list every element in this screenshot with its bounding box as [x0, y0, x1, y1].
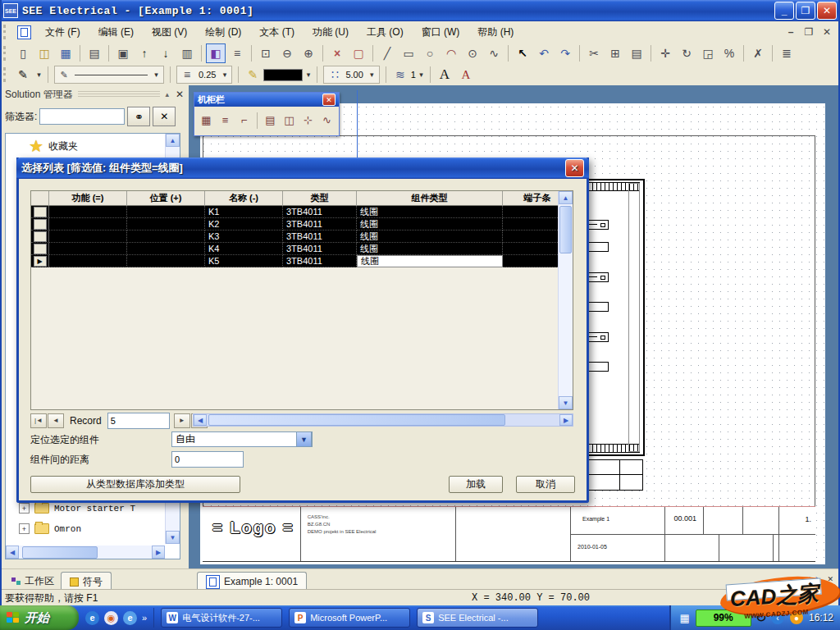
- new-icon[interactable]: ▯: [13, 43, 33, 63]
- mdi-minimize-button[interactable]: –: [784, 26, 797, 38]
- cabinet-grid-icon[interactable]: ▦: [197, 111, 216, 130]
- keyboard-layout-icon[interactable]: ▦: [679, 612, 689, 624]
- menu-function[interactable]: 功能 (U): [304, 22, 358, 43]
- print-preview-icon[interactable]: ⊡: [256, 43, 276, 63]
- zoom-in-icon[interactable]: ⊕: [299, 43, 318, 63]
- menu-edit[interactable]: 编辑 (E): [89, 22, 143, 43]
- task-powerpoint[interactable]: P Microsoft PowerP...: [289, 608, 410, 628]
- line-type-icon[interactable]: ≡: [227, 43, 247, 63]
- internet-explorer-icon[interactable]: e: [85, 611, 99, 625]
- rotate-icon[interactable]: ↻: [677, 43, 696, 63]
- next-record-icon[interactable]: ►: [174, 413, 190, 428]
- page-up-icon[interactable]: ↑: [135, 43, 154, 63]
- menu-view[interactable]: 视图 (V): [143, 22, 196, 43]
- row-marker[interactable]: [31, 206, 49, 218]
- scroll-down-icon[interactable]: ▼: [559, 396, 573, 409]
- pointer-icon[interactable]: ↖: [513, 43, 532, 63]
- zoom-out-icon[interactable]: ⊖: [277, 43, 297, 63]
- page-down-icon[interactable]: ↓: [156, 43, 176, 63]
- fill-color-swatch[interactable]: [263, 69, 303, 81]
- table-row[interactable]: K4 3TB4011 线圈: [31, 243, 573, 255]
- layers-icon[interactable]: ≋: [390, 65, 410, 84]
- draw-spline-icon[interactable]: ∿: [484, 43, 504, 63]
- cell-name[interactable]: K2: [205, 218, 283, 231]
- col-location[interactable]: 位置 (+): [127, 191, 205, 206]
- cancel-button[interactable]: 取消: [516, 476, 575, 493]
- scroll-right-icon[interactable]: ▶: [559, 414, 573, 426]
- browser-icon[interactable]: e: [123, 611, 137, 625]
- fill-dropdown-arrow-icon[interactable]: ▾: [303, 68, 313, 81]
- cell-name[interactable]: K1: [205, 206, 283, 218]
- expand-plus-icon[interactable]: +: [19, 523, 30, 534]
- table-row[interactable]: K2 3TB4011 线圈: [31, 218, 573, 231]
- scroll-down-icon[interactable]: ▼: [166, 531, 180, 544]
- media-player-icon[interactable]: ◉: [104, 611, 118, 625]
- panel-close-icon[interactable]: ✕: [176, 89, 184, 100]
- cabinet-duct-icon[interactable]: ⌐: [235, 111, 253, 130]
- combo-dropdown-arrow-icon[interactable]: ▼: [296, 431, 312, 447]
- locate-mode-combo[interactable]: 自由 ▼: [171, 431, 313, 447]
- mdi-close-button[interactable]: ✕: [820, 26, 833, 38]
- dialog-close-icon[interactable]: ✕: [565, 159, 584, 177]
- cabinet-position-icon[interactable]: ⊹: [299, 111, 317, 130]
- col-name[interactable]: 名称 (-): [205, 191, 283, 206]
- first-record-icon[interactable]: |◄: [30, 413, 47, 428]
- align-icon[interactable]: ≣: [777, 43, 797, 63]
- cell-type[interactable]: 3TB4011: [283, 243, 357, 255]
- fill-brush-icon[interactable]: ✎: [243, 65, 262, 84]
- col-type[interactable]: 类型: [283, 191, 357, 206]
- grid-vertical-scrollbar[interactable]: ▲ ▼: [558, 191, 573, 409]
- menu-help[interactable]: 帮助 (H): [468, 22, 523, 43]
- expand-plus-icon[interactable]: +: [19, 503, 30, 514]
- grid-combo[interactable]: ∷ 5.00 ▾: [323, 66, 379, 84]
- scroll-left-icon[interactable]: ◀: [194, 414, 207, 426]
- draw-rectangle-icon[interactable]: ▭: [399, 43, 418, 63]
- cabinet-wires-icon[interactable]: ∿: [317, 111, 336, 130]
- cell-name[interactable]: K5: [205, 255, 283, 267]
- clear-filter-icon[interactable]: ✕: [153, 107, 176, 126]
- paste-icon[interactable]: ▤: [627, 43, 646, 63]
- pen-style-icon[interactable]: ✎: [13, 65, 33, 84]
- cell-component-type[interactable]: 线圈: [357, 243, 503, 255]
- table-row[interactable]: K1 3TB4011 线圈: [31, 206, 573, 218]
- col-component-type[interactable]: 组件类型: [357, 191, 503, 206]
- cell-type[interactable]: 3TB4011: [283, 218, 357, 231]
- tree-item-omron[interactable]: + Omron: [16, 521, 163, 536]
- scale-icon[interactable]: ◲: [698, 43, 718, 63]
- line-style-combo[interactable]: ✎ ▾: [54, 66, 164, 84]
- cell-name[interactable]: K4: [205, 243, 283, 255]
- draw-line-icon[interactable]: ╱: [377, 43, 397, 63]
- cabinet-toolbar-close-icon[interactable]: ✕: [322, 94, 336, 106]
- scroll-left-icon[interactable]: ◀: [6, 546, 19, 559]
- tab-workspace[interactable]: 工作区: [3, 572, 62, 590]
- print-icon[interactable]: ▤: [84, 43, 104, 63]
- quick-launch-overflow-icon[interactable]: »: [142, 613, 147, 623]
- minimize-button[interactable]: _: [774, 2, 794, 20]
- distance-input[interactable]: [171, 451, 244, 468]
- start-button[interactable]: 开始: [0, 605, 79, 630]
- select-rect-icon[interactable]: ▢: [349, 43, 368, 63]
- menu-window[interactable]: 窗口 (W): [413, 22, 469, 43]
- copy-icon[interactable]: ⊞: [605, 43, 625, 63]
- row-marker[interactable]: [31, 218, 49, 231]
- open-icon[interactable]: ◫: [34, 43, 54, 63]
- grid-horizontal-scrollbar[interactable]: ◀ ▶: [193, 413, 573, 427]
- filter-input[interactable]: [39, 108, 125, 125]
- cell-type[interactable]: 3TB4011: [283, 231, 357, 243]
- save-icon[interactable]: ▦: [56, 43, 75, 63]
- cell-name[interactable]: K3: [205, 231, 283, 243]
- cut-icon[interactable]: ✂: [584, 43, 604, 63]
- close-button[interactable]: ✕: [817, 2, 837, 20]
- text-small-tool-icon[interactable]: A: [456, 65, 476, 84]
- scroll-right-icon[interactable]: ▶: [152, 546, 165, 559]
- row-marker[interactable]: [31, 243, 49, 255]
- layer-dropdown-arrow-icon[interactable]: ▾: [416, 68, 427, 81]
- workspace-icon[interactable]: ◧: [206, 43, 226, 63]
- search-binoculars-icon[interactable]: ⚭: [127, 107, 150, 126]
- panel-collapse-icon[interactable]: ▴: [165, 90, 169, 98]
- cabinet-height-icon[interactable]: ◫: [280, 111, 299, 130]
- draw-arc-icon[interactable]: ◠: [441, 43, 461, 63]
- tree-item-favorites[interactable]: ★ 收藏夹: [6, 134, 180, 158]
- line-width-combo[interactable]: ≡ 0.25 ▾: [176, 66, 232, 84]
- move-icon[interactable]: ✛: [655, 43, 675, 63]
